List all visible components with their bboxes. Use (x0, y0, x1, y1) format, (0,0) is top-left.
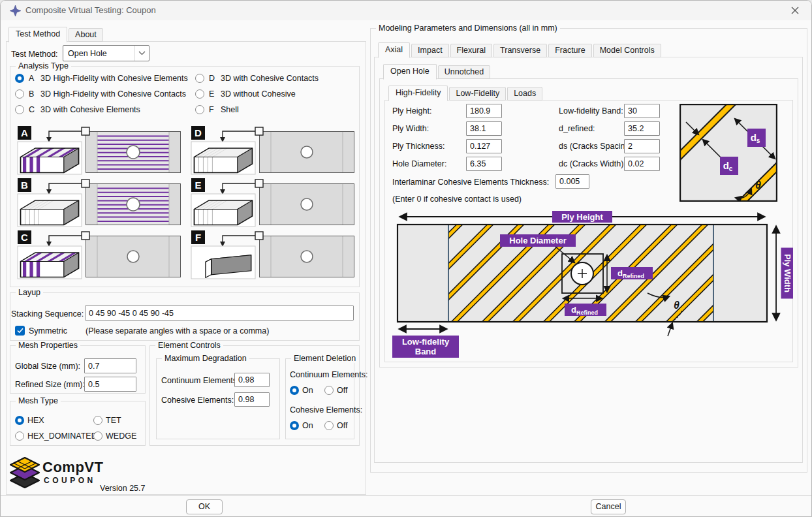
analysis-option-e-radio[interactable] (195, 89, 204, 99)
ply-width-input[interactable] (466, 121, 502, 136)
low-fidelity-band-chip: Low-fidelityBand (392, 336, 459, 358)
analysis-thumbnails: ADBECF (15, 125, 358, 281)
analysis-option-c[interactable]: C3D with Cohesive Elements (15, 105, 140, 114)
ply-thickness-input[interactable] (466, 139, 502, 153)
mesh-type-hex-dominated-radio[interactable] (15, 431, 24, 441)
mesh-type-wedge[interactable]: WEDGE (93, 431, 136, 441)
svg-text:Low-fidelity: Low-fidelity (402, 337, 450, 347)
analysis-option-d-key: D (209, 74, 217, 83)
mesh-type-hex-label: HEX (27, 416, 44, 425)
deletion-cohesive-elements-off[interactable]: Off (324, 421, 347, 430)
analysis-option-d-radio[interactable] (195, 74, 204, 83)
test-type-tab-strip: AxialImpactFlexuralTransverseFractureMod… (378, 42, 663, 57)
mesh-type-hex-dominated[interactable]: HEX_DOMINATED (15, 431, 97, 441)
low-fidelity-band-input[interactable] (624, 104, 660, 118)
analysis-option-d[interactable]: D3D with Cohesive Contacts (195, 74, 319, 83)
tab-loads[interactable]: Loads (507, 87, 542, 101)
ok-button[interactable]: OK (186, 499, 223, 514)
svg-text:E: E (195, 180, 201, 191)
tab-low-fidelity[interactable]: Low-Fidelity (449, 87, 506, 101)
analysis-option-a-key: A (29, 74, 37, 83)
d-refined-label: d_refined: (559, 124, 595, 133)
symmetric-checkbox[interactable] (15, 326, 25, 336)
svg-text:D: D (195, 127, 202, 138)
refined-size-input[interactable] (84, 377, 136, 392)
tab-flexural[interactable]: Flexural (450, 44, 492, 57)
tab-about[interactable]: About (69, 28, 103, 42)
ply-height-label: Ply Height: (392, 106, 431, 116)
test-method-select[interactable]: Open Hole (63, 45, 149, 61)
element-controls-group-title: Element Controls (155, 341, 223, 350)
deletion-continuum-elements-on-label: On (302, 386, 313, 395)
cracks-spacing-diagram: dsdcθ (679, 104, 777, 204)
tab-unnotched[interactable]: Unnotched (438, 65, 490, 79)
deletion-continuum-elements-on-radio[interactable] (290, 386, 299, 395)
tab-transverse[interactable]: Transverse (493, 44, 547, 57)
tab-model-controls[interactable]: Model Controls (593, 44, 661, 57)
analysis-option-b[interactable]: B3D High-Fidelity with Cohesive Contacts (15, 89, 186, 99)
deletion-cohesive-elements-off-radio[interactable] (324, 421, 334, 430)
ply-height-input[interactable] (466, 104, 502, 118)
dc-cracks-width-input[interactable] (624, 157, 660, 171)
continuum-elements-label: Continuum Elements: (161, 376, 240, 385)
analysis-option-c-label: 3D with Cohesive Elements (40, 105, 140, 114)
analysis-option-a[interactable]: A3D High-Fidelity with Cohesive Elements (15, 74, 188, 83)
mesh-type-hex-radio[interactable] (15, 416, 24, 425)
close-icon (791, 7, 799, 14)
mesh-type-wedge-radio[interactable] (93, 431, 102, 441)
mesh-type-group-title: Mesh Type (16, 396, 61, 405)
analysis-option-f-radio[interactable] (195, 105, 204, 114)
thumbnail-a: A (15, 125, 183, 178)
interlaminar-label: Interlaminar Cohesive Elements Thickness… (392, 178, 549, 187)
tab-high-fidelity[interactable]: High-Fidelity (388, 86, 448, 101)
titlebar: Composite Virtual Testing: Coupon (1, 1, 811, 20)
interlaminar-thickness-input[interactable] (555, 174, 589, 189)
mesh-type-tet-label: TET (106, 416, 121, 425)
analysis-option-c-radio[interactable] (15, 105, 24, 114)
d-refined-horizontal-chip: dRefined (565, 304, 606, 316)
global-size-input[interactable] (84, 358, 136, 373)
logo-subtitle: COUPON (44, 476, 96, 485)
analysis-option-e[interactable]: E3D without Cohesive (195, 89, 296, 99)
maximum-degradation-title: Maximum Degradation (162, 354, 249, 363)
deletion-continuum-elements: Continuum Elements: (290, 370, 368, 379)
mesh-type-tet[interactable]: TET (93, 416, 121, 425)
thumbnail-f: F (189, 229, 357, 283)
deletion-continuum-elements-on[interactable]: On (290, 386, 313, 395)
thumbnail-b: B (15, 177, 183, 230)
analysis-option-b-radio[interactable] (15, 89, 24, 99)
analysis-option-b-label: 3D High-Fidelity with Cohesive Contacts (40, 89, 186, 99)
ply-height-chip: Ply Height (552, 211, 612, 223)
analysis-type-options: A3D High-Fidelity with Cohesive Elements… (15, 74, 356, 121)
thumbnail-e: E (189, 177, 357, 230)
mesh-type-tet-radio[interactable] (93, 416, 102, 425)
close-button[interactable] (785, 3, 805, 18)
analysis-option-a-radio[interactable] (15, 74, 24, 83)
dc-cracks-width-label: dc (Cracks Width): (559, 159, 626, 168)
chevron-down-icon (134, 46, 149, 61)
stacking-sequence-input[interactable] (85, 306, 354, 321)
tab-test-method[interactable]: Test Method (8, 27, 67, 42)
tab-fracture[interactable]: Fracture (548, 44, 592, 57)
hole-diameter-input[interactable] (466, 157, 502, 171)
footer-divider (1, 495, 811, 496)
deletion-cohesive-elements-on-radio[interactable] (290, 421, 299, 430)
tab-axial[interactable]: Axial (378, 42, 410, 58)
analysis-option-f[interactable]: FShell (195, 105, 239, 114)
tab-impact[interactable]: Impact (411, 44, 449, 57)
analysis-option-d-label: 3D with Cohesive Contacts (221, 74, 319, 83)
deletion-cohesive-elements-on[interactable]: On (290, 421, 313, 430)
theta-label: θ (755, 180, 761, 191)
mesh-type-hex[interactable]: HEX (15, 416, 44, 425)
cancel-button[interactable]: Cancel (591, 499, 626, 514)
ply-width-chip: Ply Width (781, 248, 794, 299)
stacking-sequence-label: Stacking Sequence: (11, 309, 84, 319)
d-refined-input[interactable] (624, 121, 660, 136)
tab-open-hole[interactable]: Open Hole (383, 64, 437, 80)
deletion-continuum-elements-off-radio[interactable] (324, 386, 334, 395)
ds-cracks-spacing-input[interactable] (624, 139, 660, 153)
continuum-elements-input[interactable] (234, 373, 270, 387)
svg-text:B: B (21, 180, 28, 191)
deletion-continuum-elements-off[interactable]: Off (324, 386, 347, 395)
cohesive-elements-input[interactable] (234, 392, 270, 407)
